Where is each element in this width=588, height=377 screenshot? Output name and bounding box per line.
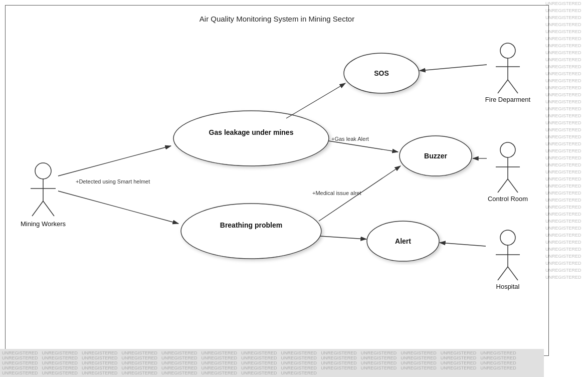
arrow-gas-buzzer — [328, 141, 398, 152]
actor-control-room-head — [500, 142, 515, 157]
arrow-worker-breathing — [58, 191, 178, 224]
actor-control-room-label: Control Room — [488, 195, 528, 203]
arrow-breathing-alert — [320, 236, 366, 239]
arrow-gas-sos — [286, 83, 345, 118]
actor-fire-dept-label: Fire Deparment — [485, 96, 531, 103]
diagram-svg: Gas leakage under mines Breathing proble… — [6, 6, 548, 355]
actor-fire-dept-head — [500, 43, 515, 58]
arrow-worker-gas — [58, 146, 171, 176]
actor-fire-dept-left-leg — [498, 80, 508, 93]
label-detected: +Detected using Smart helmet — [76, 178, 150, 184]
usecase-gas-leakage — [173, 111, 329, 166]
actor-hospital-right-leg — [508, 267, 518, 280]
actor-fire-dept-right-leg — [508, 80, 518, 93]
right-watermark: // Generate right watermark const rw = d… — [544, 0, 588, 366]
usecase-sos-label: SOS — [374, 69, 389, 77]
actor-mining-workers-left-leg — [32, 201, 43, 216]
actor-control-room-left-leg — [498, 179, 508, 193]
usecase-breathing-problem — [181, 204, 321, 259]
diagram-container: Air Quality Monitoring System in Mining … — [5, 5, 549, 356]
usecase-buzzer-label: Buzzer — [424, 152, 447, 160]
label-gas-alert: +Gas leak Alert — [331, 136, 369, 142]
arrow-hospital-alert — [440, 243, 486, 246]
usecase-alert-label: Alert — [395, 237, 411, 245]
usecase-breathing-problem-label: Breathing problem — [220, 221, 282, 229]
actor-control-room-right-leg — [508, 179, 518, 193]
label-medical-alert: +Medical issue alret — [312, 190, 361, 196]
actor-mining-workers-right-leg — [43, 201, 54, 216]
arrow-fire-sos — [420, 65, 487, 71]
bottom-watermark: const bw = document.querySelector('[data… — [0, 349, 544, 377]
usecase-gas-leakage-label: Gas leakage under mines — [209, 128, 294, 136]
actor-hospital-head — [500, 230, 515, 245]
actor-mining-workers-label: Mining Workers — [21, 220, 66, 228]
actor-mining-workers-head — [35, 163, 51, 179]
actor-hospital-label: Hospital — [496, 283, 520, 290]
actor-hospital-left-leg — [498, 267, 508, 280]
